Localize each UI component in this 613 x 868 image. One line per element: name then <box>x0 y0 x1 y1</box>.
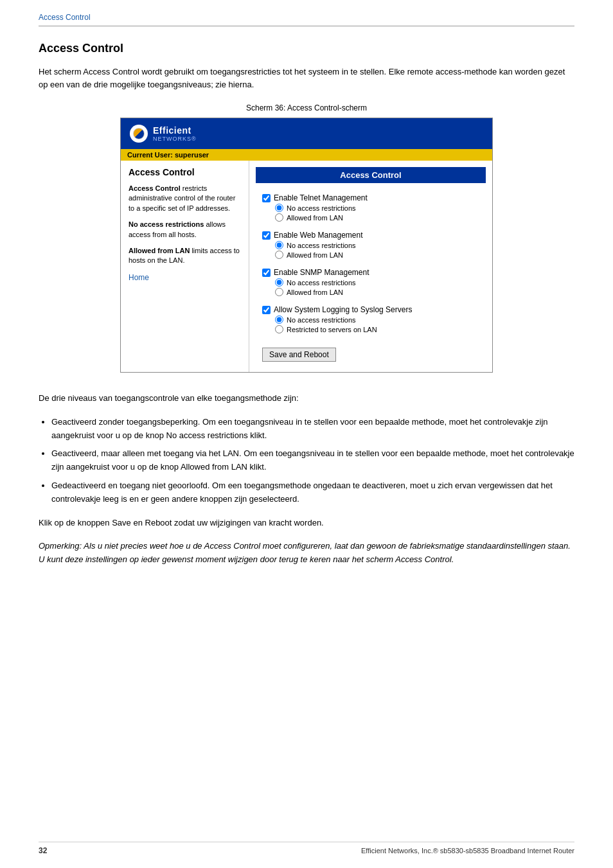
logo-circle <box>130 125 148 143</box>
brand-block: Efficient NETWORKS® <box>153 125 197 142</box>
footer-right-text: Efficient Networks, Inc.® sb5830-sb5835 … <box>361 847 574 855</box>
telnet-label: Enable Telnet Management <box>274 193 368 202</box>
syslog-radio-no-restrict-input[interactable] <box>275 315 283 324</box>
page-footer: 32 Efficient Networks, Inc.® sb5830-sb58… <box>39 842 574 855</box>
page-title: Access Control <box>39 42 574 55</box>
panel-title: Access Control <box>256 167 486 183</box>
syslog-checkbox[interactable] <box>262 306 271 314</box>
save-note: Klik op de knoppen Save en Reboot zodat … <box>39 517 574 530</box>
telnet-radio-lan-input[interactable] <box>275 213 283 222</box>
sidebar-p2: No access restrictions allows access fro… <box>129 220 241 240</box>
syslog-radio-lan: Restricted to servers on LAN <box>275 325 479 333</box>
syslog-checkbox-row: Allow System Logging to Syslog Servers <box>262 305 479 314</box>
web-checkbox-row: Enable Web Management <box>262 231 479 240</box>
sidebar-title: Access Control <box>129 167 241 177</box>
web-checkbox[interactable] <box>262 231 271 240</box>
router-sidebar: Access Control Access Control restricts … <box>121 161 249 372</box>
snmp-label: Enable SNMP Management <box>274 268 369 277</box>
bullet-item-1: Geactiveerd zonder toegangsbeperking. Om… <box>51 416 574 443</box>
web-radio-no-restrict-label: No access restrictions <box>287 242 356 249</box>
syslog-radio-lan-input[interactable] <box>275 325 283 333</box>
snmp-checkbox-row: Enable SNMP Management <box>262 268 479 277</box>
router-ui-mockup: Efficient NETWORKS® Current User: superu… <box>120 118 493 373</box>
sidebar-p3-bold: Allowed from LAN <box>129 247 190 254</box>
web-radio-no-restrict-input[interactable] <box>275 241 283 249</box>
telnet-checkbox-row: Enable Telnet Management <box>262 193 479 202</box>
breadcrumb: Access Control <box>39 13 574 22</box>
save-reboot-button[interactable]: Save and Reboot <box>262 348 336 362</box>
web-section: Enable Web Management No access restrict… <box>262 231 479 259</box>
snmp-checkbox[interactable] <box>262 269 271 277</box>
web-radio-lan-label: Allowed from LAN <box>287 251 343 259</box>
panel-content: Enable Telnet Management No access restr… <box>256 190 486 366</box>
body-intro: De drie niveaus van toegangscontrole van… <box>39 392 574 405</box>
sidebar-p2-bold: No access restrictions <box>129 220 204 228</box>
brand-sub: NETWORKS® <box>153 136 197 142</box>
telnet-radio-lan: Allowed from LAN <box>275 213 479 222</box>
syslog-radio-no-restrict: No access restrictions <box>275 315 479 324</box>
web-label: Enable Web Management <box>274 231 363 240</box>
router-main: Access Control Enable Telnet Management … <box>249 161 492 372</box>
sidebar-p1-bold: Access Control <box>129 184 181 192</box>
web-radio-lan-input[interactable] <box>275 251 283 259</box>
telnet-radio-lan-label: Allowed from LAN <box>287 214 343 222</box>
snmp-radio-lan-label: Allowed from LAN <box>287 288 343 296</box>
snmp-radio-lan: Allowed from LAN <box>275 288 479 296</box>
home-link[interactable]: Home <box>129 273 149 282</box>
italic-note: Opmerking: Als u niet precies weet hoe u… <box>39 540 574 567</box>
router-header: Efficient NETWORKS® <box>121 118 492 149</box>
syslog-radio-lan-label: Restricted to servers on LAN <box>287 326 377 333</box>
top-divider <box>39 26 574 26</box>
telnet-radio-no-restrict: No access restrictions <box>275 204 479 212</box>
snmp-radio-no-restrict-label: No access restrictions <box>287 279 356 287</box>
syslog-label: Allow System Logging to Syslog Servers <box>274 305 412 314</box>
snmp-radio-no-restrict: No access restrictions <box>275 278 479 287</box>
telnet-checkbox[interactable] <box>262 194 271 202</box>
snmp-radio-lan-input[interactable] <box>275 288 283 296</box>
telnet-radio-no-restrict-input[interactable] <box>275 204 283 212</box>
syslog-radio-no-restrict-label: No access restrictions <box>287 316 356 324</box>
sidebar-p3: Allowed from LAN limits access to hosts … <box>129 246 241 266</box>
logo-inner <box>133 128 145 139</box>
bullet-item-3: Gedeactiveerd en toegang niet geoorloofd… <box>51 479 574 506</box>
snmp-radio-no-restrict-input[interactable] <box>275 278 283 287</box>
brand-name: Efficient <box>153 125 197 136</box>
intro-text: Het scherm Access Control wordt gebruikt… <box>39 66 574 91</box>
footer-page-number: 32 <box>39 846 47 855</box>
snmp-section: Enable SNMP Management No access restric… <box>262 268 479 296</box>
web-radio-no-restrict: No access restrictions <box>275 241 479 249</box>
telnet-radio-no-restrict-label: No access restrictions <box>287 204 356 212</box>
sidebar-p1: Access Control restricts administrative … <box>129 184 241 213</box>
telnet-section: Enable Telnet Management No access restr… <box>262 193 479 222</box>
bullet-list: Geactiveerd zonder toegangsbeperking. Om… <box>51 416 574 506</box>
router-body: Access Control Access Control restricts … <box>121 161 492 372</box>
bullet-item-2: Geactiveerd, maar alleen met toegang via… <box>51 447 574 474</box>
web-radio-lan: Allowed from LAN <box>275 251 479 259</box>
syslog-section: Allow System Logging to Syslog Servers N… <box>262 305 479 333</box>
current-user-bar: Current User: superuser <box>121 149 492 161</box>
figure-caption: Scherm 36: Access Control-scherm <box>39 103 574 112</box>
